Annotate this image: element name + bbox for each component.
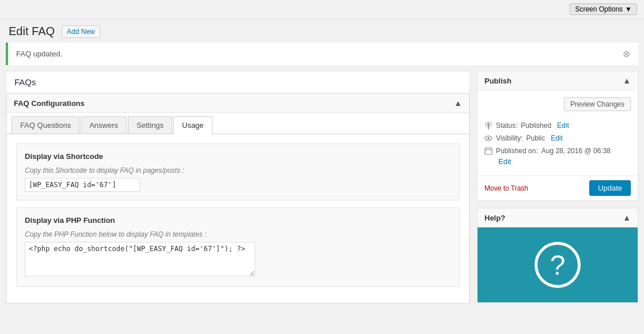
tab-answers[interactable]: Answers	[81, 116, 127, 134]
shortcode-label: Copy this Shortcode to display FAQ in pa…	[25, 166, 451, 174]
publish-header: Publish ▲	[478, 71, 638, 90]
tab-content-usage: Display via Shortcode Copy this Shortcod…	[7, 134, 469, 303]
status-value: Published	[521, 122, 551, 130]
left-content: FAQs FAQ Configurations ▲ FAQ Questions …	[6, 71, 470, 311]
question-mark-icon: ?	[550, 249, 566, 281]
pin-icon	[484, 122, 493, 130]
published-label: Published on:	[496, 147, 538, 155]
svg-rect-4	[485, 148, 492, 154]
visibility-edit-link[interactable]: Edit	[551, 134, 563, 142]
update-button[interactable]: Update	[589, 180, 631, 196]
shortcode-section: Display via Shortcode Copy this Shortcod…	[16, 143, 460, 200]
help-box: Help? ▲ ?	[477, 208, 638, 303]
published-row: Published on: Aug 28, 2016 @ 06:38	[484, 147, 631, 155]
faq-config-header: FAQ Configurations ▲	[7, 94, 469, 113]
move-to-trash-link[interactable]: Move to Trash	[484, 184, 528, 192]
php-section: Display via PHP Function Copy the PHP Fu…	[16, 207, 460, 287]
svg-point-3	[487, 137, 490, 139]
status-row: Status: Published Edit	[484, 122, 631, 130]
main-layout: FAQs FAQ Configurations ▲ FAQ Questions …	[0, 71, 644, 317]
preview-changes-button[interactable]: Preview Changes	[564, 97, 631, 111]
published-value: Aug 28, 2016 @ 06:38	[541, 147, 611, 155]
visibility-value: Public	[526, 134, 545, 142]
publish-actions: Move to Trash Update	[478, 175, 638, 200]
tab-faq-questions[interactable]: FAQ Questions	[12, 116, 79, 134]
publish-meta: Status: Published Edit Visibility: Publi…	[484, 122, 631, 166]
chevron-down-icon: ▼	[625, 5, 632, 13]
top-bar: Screen Options ▼	[0, 0, 644, 19]
right-sidebar: Publish ▲ Preview Changes Status:	[477, 71, 638, 311]
shortcode-section-title: Display via Shortcode	[25, 152, 451, 161]
help-title: Help?	[484, 214, 505, 222]
svg-point-0	[487, 123, 490, 126]
visibility-row: Visibility: Public Edit	[484, 134, 631, 142]
help-collapse-button[interactable]: ▲	[623, 213, 631, 222]
faq-config-collapse-button[interactable]: ▲	[454, 98, 462, 108]
visibility-label: Visibility:	[496, 134, 522, 142]
status-label: Status:	[496, 122, 517, 130]
add-new-button[interactable]: Add New	[62, 25, 100, 38]
eye-icon	[484, 134, 493, 142]
status-edit-link[interactable]: Edit	[557, 122, 569, 130]
published-edit-link[interactable]: Edit	[498, 157, 511, 166]
publish-title: Publish	[484, 77, 512, 85]
preview-row: Preview Changes	[484, 97, 631, 117]
faqs-panel-title: FAQs	[14, 77, 36, 87]
faqs-panel-header: FAQs	[6, 71, 469, 93]
help-image: ?	[478, 227, 638, 302]
tabs-container: FAQ Questions Answers Settings Usage	[7, 113, 469, 134]
publish-collapse-button[interactable]: ▲	[623, 76, 631, 85]
faq-config-title: FAQ Configurations	[14, 99, 85, 108]
publish-box: Publish ▲ Preview Changes Status:	[477, 71, 638, 201]
notice-close-button[interactable]: ⊗	[623, 48, 630, 59]
shortcode-input[interactable]	[25, 178, 140, 192]
php-section-title: Display via PHP Function	[25, 216, 451, 225]
notice-message: FAQ updated.	[16, 50, 62, 58]
page-header: Edit FAQ Add New	[0, 19, 644, 43]
publish-body: Preview Changes Status: Published Edit	[478, 90, 638, 173]
faq-updated-notice: FAQ updated. ⊗	[6, 43, 638, 65]
help-header: Help? ▲	[478, 208, 638, 227]
faqs-panel: FAQs FAQ Configurations ▲ FAQ Questions …	[6, 71, 470, 304]
calendar-icon	[484, 147, 493, 155]
php-textarea[interactable]	[25, 242, 255, 276]
tab-usage[interactable]: Usage	[173, 116, 213, 134]
screen-options-label: Screen Options	[575, 5, 623, 13]
screen-options-button[interactable]: Screen Options ▼	[570, 3, 637, 15]
tab-settings[interactable]: Settings	[128, 116, 172, 134]
help-question-circle: ?	[535, 242, 581, 288]
faq-config-section: FAQ Configurations ▲ FAQ Questions Answe…	[6, 93, 469, 303]
php-label: Copy the PHP Function below to display F…	[25, 230, 451, 238]
page-title: Edit FAQ	[9, 25, 55, 38]
